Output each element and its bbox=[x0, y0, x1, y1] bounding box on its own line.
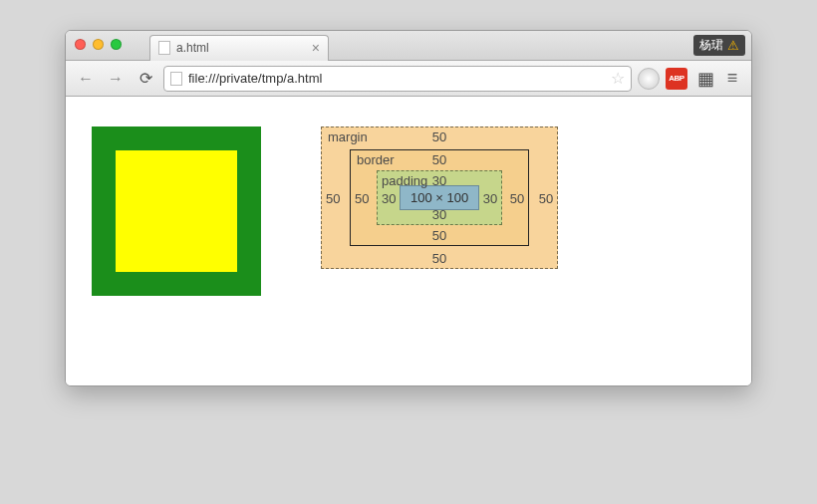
warning-icon: ⚠ bbox=[727, 38, 739, 53]
border-bottom-value: 50 bbox=[432, 228, 446, 243]
tab-title: a.html bbox=[176, 41, 209, 55]
margin-label: margin bbox=[328, 129, 368, 144]
margin-bottom-value: 50 bbox=[432, 251, 446, 266]
box-model-diagram: margin 50 50 50 50 border 50 50 50 50 pa… bbox=[321, 126, 558, 269]
padding-left-value: 30 bbox=[382, 190, 396, 205]
url-bar[interactable]: file:///private/tmp/a.html ☆ bbox=[163, 66, 632, 92]
padding-box: padding 30 30 30 30 100 × 100 bbox=[377, 170, 502, 225]
margin-left-value: 50 bbox=[326, 190, 340, 205]
tabs-area: a.html × 杨珺 ⚠ bbox=[66, 31, 751, 61]
back-button[interactable]: ← bbox=[74, 67, 98, 91]
margin-right-value: 50 bbox=[539, 190, 553, 205]
border-box: border 50 50 50 50 padding 30 30 30 30 1… bbox=[350, 149, 529, 246]
margin-top-value: 50 bbox=[432, 129, 446, 144]
padding-right-value: 30 bbox=[483, 190, 497, 205]
adblock-extension-icon[interactable]: ABP bbox=[666, 68, 687, 90]
bookmark-star-icon[interactable]: ☆ bbox=[611, 69, 625, 88]
hamburger-menu-icon[interactable]: ≡ bbox=[721, 68, 743, 90]
demo-box-inner bbox=[116, 150, 237, 272]
border-left-value: 50 bbox=[355, 190, 369, 205]
demo-box bbox=[92, 126, 261, 296]
browser-window: a.html × 杨珺 ⚠ ← → ⟳ file:///private/tmp/… bbox=[65, 30, 752, 386]
url-text: file:///private/tmp/a.html bbox=[188, 71, 605, 86]
minimize-window-button[interactable] bbox=[93, 39, 104, 50]
border-top-value: 50 bbox=[432, 152, 446, 167]
user-name: 杨珺 bbox=[699, 37, 723, 54]
browser-tab[interactable]: a.html × bbox=[149, 35, 329, 61]
qr-extension-icon[interactable]: ▦ bbox=[693, 68, 715, 90]
close-window-button[interactable] bbox=[75, 39, 86, 50]
window-controls bbox=[66, 39, 122, 50]
forward-button[interactable]: → bbox=[104, 67, 128, 91]
reload-button[interactable]: ⟳ bbox=[134, 67, 157, 91]
margin-box: margin 50 50 50 50 border 50 50 50 50 pa… bbox=[321, 126, 558, 269]
close-tab-icon[interactable]: × bbox=[312, 40, 320, 56]
border-label: border bbox=[357, 152, 395, 167]
user-chip[interactable]: 杨珺 ⚠ bbox=[693, 35, 745, 56]
maximize-window-button[interactable] bbox=[111, 39, 122, 50]
file-icon bbox=[158, 41, 170, 55]
globe-icon[interactable] bbox=[638, 68, 660, 90]
toolbar: ← → ⟳ file:///private/tmp/a.html ☆ ABP ▦… bbox=[66, 61, 751, 97]
padding-top-value: 30 bbox=[432, 173, 446, 188]
padding-bottom-value: 30 bbox=[432, 207, 446, 222]
file-icon bbox=[170, 72, 182, 86]
page-content: margin 50 50 50 50 border 50 50 50 50 pa… bbox=[66, 97, 751, 385]
padding-label: padding bbox=[382, 173, 427, 188]
border-right-value: 50 bbox=[510, 190, 524, 205]
